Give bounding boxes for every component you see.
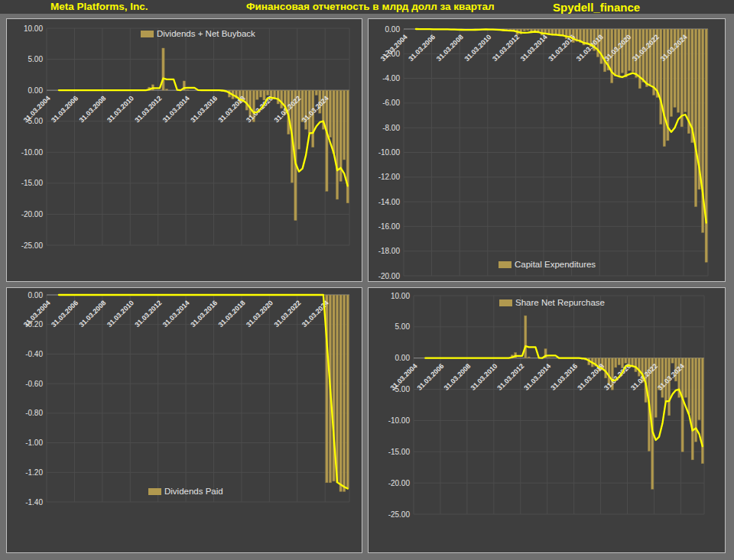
x-tick-label: 31.03.2012 [495,362,525,392]
bars [414,29,707,262]
y-tick-label: -0.80 [25,409,43,417]
brand-watermark: Spydell_finance [553,1,640,14]
y-tick-label: -8.00 [382,124,400,132]
x-tick-label: 31.03.2008 [443,362,473,392]
bar [165,89,167,91]
chart-dividends-net-buyback: 10.005.000.00-5.00-10.00-15.00-20.00-25.… [7,19,363,283]
x-tick-label: 31.03.2014 [519,33,549,63]
bar [618,358,620,365]
y-tick-label: -15.00 [21,179,44,187]
gridlines [414,296,704,514]
y-tick-label: -1.00 [25,439,43,447]
y-tick-label: 0.00 [28,291,44,299]
bars [511,316,703,489]
bar [694,29,697,207]
y-tick-label: 5.00 [395,322,411,331]
report-subtitle: Финансовая отчетность в млрд долл за ква… [246,1,495,12]
bar [336,295,338,483]
legend: Dividends + Net Buyback [141,29,255,38]
legend-swatch [141,31,154,37]
bar [632,29,634,72]
bar [660,29,662,125]
y-tick-label: 10.00 [391,292,410,300]
y-tick-label: -25.00 [388,510,411,519]
header-bar: Meta Platforms, Inc. Финансовая отчетнос… [0,0,734,14]
x-tick-label: 31.03.2006 [50,94,80,124]
x-tick-label: 31.03.2018 [576,362,606,392]
y-tick-label: -14.00 [378,198,401,206]
y-tick-label: -4.00 [382,74,400,83]
bar [671,358,674,364]
bars [148,48,349,221]
y-tick-label: 5.00 [28,55,44,63]
x-tick-label: 31.03.2014 [161,94,191,124]
y-tick-label: -0.40 [25,350,43,358]
bar [681,358,684,452]
gridlines [47,28,349,245]
y-tick-label: 0.00 [28,86,44,95]
bar [586,29,589,45]
bar [343,90,346,160]
y-tick-label: -10.00 [21,148,44,157]
chart-panel-dividends-paid: 0.00-0.20-0.40-0.60-0.80-1.00-1.20-1.403… [6,287,362,553]
y-tick-label: -10.00 [378,148,401,157]
y-tick-label: 0.00 [385,25,401,34]
legend-swatch [499,261,512,268]
y-axis-labels: 10.005.000.00-5.00-10.00-15.00-20.00-25.… [388,292,411,519]
x-tick-label: 31.03.2014 [522,362,552,392]
bar [621,29,623,73]
bar [638,358,640,377]
bar [339,295,342,491]
y-tick-label: -20.00 [388,479,411,487]
x-tick-label: 31.03.2010 [106,94,135,124]
y-tick-label: -16.00 [378,222,401,231]
legend-label: Capital Expenditures [515,260,596,269]
bar [668,358,671,416]
bar [691,358,693,460]
bar [528,357,530,358]
bar [688,358,690,414]
legend-label: Dividends + Net Buyback [157,29,255,38]
y-tick-label: -1.40 [25,498,43,507]
x-tick-label: 31.03.2010 [469,362,499,392]
bar [281,90,283,108]
company-title: Meta Platforms, Inc. [50,1,148,12]
bar [547,358,550,358]
y-tick-label: -12.00 [378,173,401,181]
bar [698,358,700,420]
bar [336,90,338,199]
y-tick-label: 10.00 [24,24,43,33]
bar [663,29,665,147]
bar [346,295,349,489]
y-axis-labels: 10.005.000.00-5.00-10.00-15.00-20.00-25.… [21,24,44,250]
y-tick-label: -10.00 [388,416,411,425]
x-tick-label: 31.03.2010 [463,33,493,63]
chart-capital-expenditures: 0.00-2.00-4.00-6.00-8.00-10.00-12.00-14.… [369,19,726,283]
x-tick-label: 31.03.2016 [189,94,219,124]
x-tick-label: 31.03.2006 [416,362,446,392]
bar [645,29,648,87]
bar [705,29,707,262]
bars [326,295,349,491]
y-tick-label: -1.20 [25,468,43,477]
x-tick-label: 31.03.2012 [133,94,163,124]
y-tick-label: -15.00 [388,448,411,456]
legend: Dividends Paid [148,487,223,496]
y-axis-labels: 0.00-2.00-4.00-6.00-8.00-10.00-12.00-14.… [378,25,401,280]
bar [277,90,279,104]
x-tick-label: 31.03.2006 [407,33,437,63]
chart-panel-capital-expenditures: 0.00-2.00-4.00-6.00-8.00-10.00-12.00-14.… [368,18,726,282]
bar [603,29,606,72]
legend-label: Dividends Paid [164,487,223,496]
legend: Capital Expenditures [499,260,596,269]
chart-dividends-paid: 0.00-0.20-0.40-0.60-0.80-1.00-1.20-1.403… [7,288,363,554]
x-tick-label: 31.03.2012 [491,33,521,63]
bar [670,29,672,117]
bar [600,29,602,63]
bar [259,90,261,97]
y-tick-label: 0.00 [395,354,411,362]
bar [315,90,317,95]
legend-swatch [148,488,161,495]
bar [525,316,527,358]
chart-share-net-repurchase: 10.005.000.00-5.00-10.00-15.00-20.00-25.… [369,288,726,554]
